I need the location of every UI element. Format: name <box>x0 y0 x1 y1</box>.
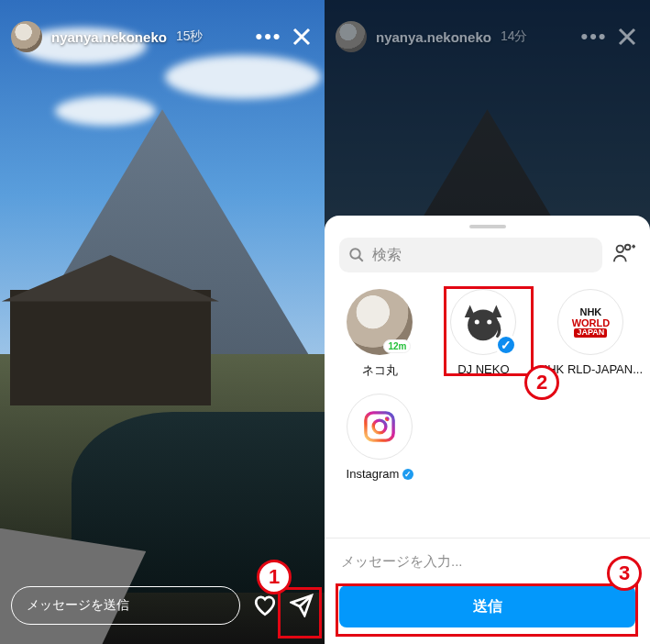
close-icon[interactable] <box>290 25 314 49</box>
sheet-grabber[interactable] <box>469 225 506 228</box>
contact-instagram[interactable]: Instagram <box>328 394 432 481</box>
selected-check-icon: ✓ <box>495 334 517 356</box>
more-icon: ••• <box>582 25 606 49</box>
add-people-icon[interactable] <box>611 241 635 269</box>
search-placeholder: 検索 <box>372 246 402 265</box>
search-input[interactable]: 検索 <box>339 238 602 272</box>
story-timestamp: 14分 <box>501 28 528 45</box>
contact-avatar: ✓ <box>450 289 516 355</box>
close-icon <box>615 25 639 49</box>
contact-avatar: 12m <box>347 289 413 355</box>
contact-name: DJ NEKO <box>457 362 509 376</box>
contact-djneko[interactable]: ✓ DJ NEKO <box>432 289 535 379</box>
active-badge: 12m <box>383 339 411 353</box>
story-footer: メッセージを送信 <box>11 583 314 627</box>
svg-point-2 <box>625 245 631 250</box>
like-icon[interactable] <box>253 594 277 617</box>
contact-avatar <box>347 394 413 460</box>
author-username: nyanya.nekoneko <box>376 29 491 45</box>
svg-point-1 <box>617 246 623 252</box>
sheet-bottom: メッセージを入力... 送信 <box>325 538 650 644</box>
contact-nekomaru[interactable]: 12m ネコ丸 <box>328 289 432 379</box>
message-placeholder: メッセージを送信 <box>27 597 129 614</box>
svg-point-3 <box>468 310 499 341</box>
contact-name: Instagram <box>347 467 414 481</box>
story-photo-fuji <box>0 0 325 644</box>
story-screen-right: nyanya.nekoneko 14分 ••• 検索 12m ネコ丸 <box>325 0 650 644</box>
svg-point-7 <box>374 420 387 433</box>
message-input[interactable]: メッセージを送信 <box>11 586 240 625</box>
story-timestamp: 15秒 <box>176 28 204 45</box>
verified-icon <box>402 469 413 480</box>
contact-nhk[interactable]: NHK WORLD JAPAN NHK RLD-JAPAN... <box>535 289 646 379</box>
svg-point-0 <box>350 249 360 259</box>
story-screen-left: nyanya.nekoneko 15秒 ••• メッセージを送信 1 <box>0 0 325 644</box>
contact-avatar: NHK WORLD JAPAN <box>557 289 623 355</box>
contact-name: NHK RLD-JAPAN... <box>539 362 643 376</box>
author-avatar[interactable] <box>11 21 42 52</box>
nhk-logo-line1: NHK <box>579 306 601 317</box>
author-username[interactable]: nyanya.nekoneko <box>51 29 167 45</box>
svg-point-5 <box>488 319 492 324</box>
story-header: nyanya.nekoneko 15秒 ••• <box>11 18 314 55</box>
nhk-logo-line3: JAPAN <box>574 328 607 338</box>
share-sheet: 検索 12m ネコ丸 ✓ DJ NEKO <box>325 216 650 644</box>
svg-point-8 <box>385 416 390 421</box>
more-icon[interactable]: ••• <box>257 25 281 49</box>
story-header-dim: nyanya.nekoneko 14分 ••• <box>336 18 639 55</box>
compose-placeholder: メッセージを入力... <box>341 553 463 569</box>
contacts-grid: 12m ネコ丸 ✓ DJ NEKO NHK WORLD JAPAN NHK RL… <box>325 283 650 481</box>
svg-point-4 <box>475 319 479 324</box>
compose-input[interactable]: メッセージを入力... <box>339 551 635 585</box>
svg-rect-6 <box>366 413 393 440</box>
search-icon <box>348 247 365 263</box>
author-avatar <box>336 21 367 52</box>
share-icon[interactable] <box>290 594 314 617</box>
contact-name: ネコ丸 <box>362 362 398 379</box>
search-row: 検索 <box>325 238 650 283</box>
send-button[interactable]: 送信 <box>339 585 635 627</box>
send-button-label: 送信 <box>473 597 502 616</box>
